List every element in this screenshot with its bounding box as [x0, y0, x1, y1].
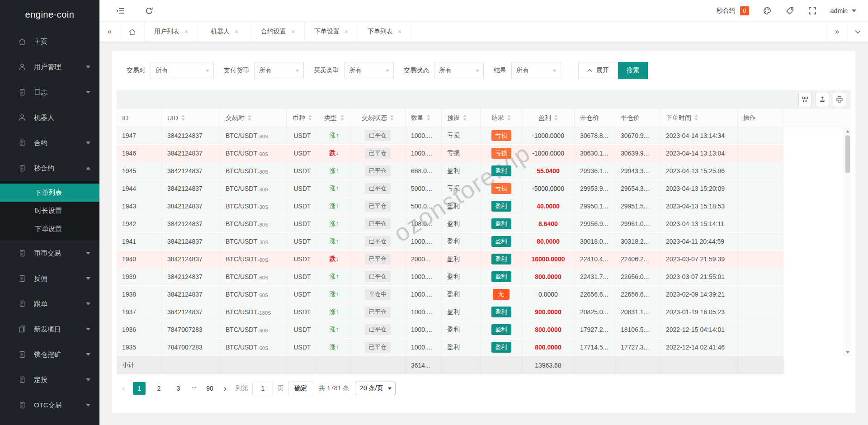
tab-用户列表[interactable]: 用户列表×	[145, 22, 198, 42]
subtotal-cell-pair	[220, 356, 287, 374]
sidebar-subitem-时长设置[interactable]: 时长设置	[0, 202, 99, 220]
column-header-time[interactable]: 下单时间	[660, 109, 738, 127]
sidebar-item-10-新发项目[interactable]: 新发项目	[0, 316, 99, 342]
sidebar-item-1-主页[interactable]: 主页	[0, 29, 99, 54]
tab-机器人[interactable]: 机器人×	[198, 22, 251, 42]
sidebar-item-8-反佣[interactable]: 反佣	[0, 266, 99, 291]
confirm-jump-button[interactable]: 确定	[288, 382, 313, 395]
refresh-icon[interactable]	[145, 6, 154, 15]
subtotal-cell-result	[481, 356, 522, 374]
column-header-preset[interactable]: 预设	[442, 109, 481, 127]
tag-icon[interactable]	[785, 6, 794, 15]
sidebar-item-14-新闻管理[interactable]: 新闻管理	[0, 418, 99, 425]
sidebar-subitem-下单设置[interactable]: 下单设置	[0, 220, 99, 238]
columns-button[interactable]	[798, 93, 812, 106]
sidebar-item-2-用户管理[interactable]: 用户管理	[0, 54, 99, 80]
expand-filters-button[interactable]: 展开	[578, 62, 618, 79]
fullscreen-icon[interactable]	[808, 6, 817, 15]
chevron-up-icon	[86, 167, 90, 170]
status-badge: 已平仓	[365, 271, 391, 282]
collapse-sidebar-icon[interactable]	[116, 6, 125, 15]
file-icon	[18, 350, 26, 359]
sidebar-item-13-OTC交易[interactable]: OTC交易	[0, 392, 99, 418]
close-icon[interactable]: ×	[184, 28, 188, 35]
tab-下单设置[interactable]: 下单设置×	[305, 22, 358, 42]
sort-icon[interactable]	[463, 115, 467, 121]
tab-home[interactable]	[120, 22, 145, 42]
filter-select-买卖类型[interactable]: 所有	[344, 62, 394, 79]
filter-select-结果[interactable]: 所有	[511, 62, 561, 79]
tabs-scroll-right-button[interactable]: »	[826, 22, 847, 42]
cell-coin: USDT	[287, 198, 318, 215]
next-page-button[interactable]: ›	[224, 383, 226, 393]
sidebar-item-4-机器人[interactable]: 机器人	[0, 105, 99, 130]
cell-pair: BTC/USDT-60S	[220, 127, 287, 144]
user-menu[interactable]: admin	[830, 7, 856, 14]
search-button[interactable]: 搜索	[618, 62, 648, 79]
page-button-1[interactable]: 1	[133, 382, 146, 395]
column-header-coin[interactable]: 币种	[287, 109, 318, 127]
scrollbar-down-arrow-icon[interactable]	[844, 349, 851, 355]
filter-select-支付货币[interactable]: 所有	[254, 62, 304, 79]
cell-op	[738, 198, 783, 215]
column-header-type[interactable]: 类型	[318, 109, 350, 127]
sort-icon[interactable]	[507, 115, 511, 121]
table-scrollbar[interactable]	[844, 127, 851, 356]
sort-icon[interactable]	[248, 115, 251, 121]
sort-icon[interactable]	[390, 115, 394, 121]
sidebar-item-5-合约[interactable]: 合约	[0, 130, 99, 156]
prev-page-button[interactable]: ‹	[122, 383, 125, 393]
scrollbar-up-arrow-icon[interactable]	[844, 128, 851, 134]
export-button[interactable]	[816, 93, 829, 106]
tab-合约设置[interactable]: 合约设置×	[251, 22, 305, 42]
sort-icon[interactable]	[694, 115, 698, 121]
jump-page-input[interactable]	[252, 382, 273, 395]
cell-result: 亏损	[481, 145, 522, 162]
scrollbar-thumb[interactable]	[845, 135, 850, 173]
page-button-90[interactable]: 90	[203, 382, 216, 395]
sort-icon[interactable]	[427, 115, 430, 121]
page-button-2[interactable]: 2	[152, 382, 165, 395]
sidebar-item-11-锁仓挖矿[interactable]: 锁仓挖矿	[0, 342, 99, 367]
notification-badge-group[interactable]: 秒合约 0	[717, 6, 749, 15]
pair-base: BTC/USDT	[226, 255, 257, 263]
column-header-pair[interactable]: 交易对	[220, 109, 287, 127]
cell-qty: 2000...	[406, 250, 442, 268]
close-icon[interactable]: ×	[235, 28, 238, 35]
print-button[interactable]	[833, 93, 846, 106]
close-icon[interactable]: ×	[291, 28, 295, 35]
type-up-label: 涨↑	[330, 220, 339, 228]
sort-icon[interactable]	[554, 115, 558, 121]
tab-下单列表[interactable]: 下单列表×	[358, 22, 411, 42]
filter-select-交易对[interactable]: 所有	[151, 62, 214, 79]
column-header-uid[interactable]: UID	[162, 109, 220, 127]
sort-icon[interactable]	[181, 115, 185, 121]
tabs-scroll-left-button[interactable]: «	[99, 22, 120, 42]
sort-icon[interactable]	[308, 115, 312, 121]
column-header-profit[interactable]: 盈利	[522, 109, 575, 127]
column-header-status[interactable]: 交易状态	[350, 109, 406, 127]
sidebar-item-9-跟单[interactable]: 跟单	[0, 291, 99, 316]
close-icon[interactable]: ×	[344, 28, 348, 35]
sort-icon[interactable]	[340, 115, 344, 121]
table-row-1943: 19433842124837BTC/USDT-30SUSDT涨↑已平仓500.0…	[117, 198, 851, 215]
sort-asc-icon	[248, 115, 251, 117]
cell-qty: 1000....	[406, 127, 442, 144]
column-header-result[interactable]: 结果	[481, 109, 522, 127]
page-button-3[interactable]: 3	[172, 382, 184, 395]
tabs-menu-button[interactable]	[847, 22, 868, 42]
page-size-select[interactable]: 20 条/页	[355, 382, 395, 395]
sidebar-subitem-下单列表[interactable]: 下单列表	[0, 184, 99, 202]
palette-icon[interactable]	[763, 6, 772, 15]
cell-close: 30670.9...	[615, 127, 660, 144]
filter-select-交易状态[interactable]: 所有	[434, 62, 484, 79]
sidebar-item-7-币币交易[interactable]: 币币交易	[0, 241, 99, 266]
sidebar-item-3-日志[interactable]: 日志	[0, 80, 99, 105]
close-icon[interactable]: ×	[398, 28, 401, 35]
sidebar-item-6-秒合约[interactable]: 秒合约	[0, 156, 99, 181]
column-header-qty[interactable]: 数量	[406, 109, 442, 127]
profit-value: 800.0000	[535, 326, 561, 333]
cell-id: 1947	[117, 127, 162, 144]
sidebar-item-12-定投[interactable]: 定投	[0, 367, 99, 392]
cell-status: 已平仓	[350, 250, 406, 268]
